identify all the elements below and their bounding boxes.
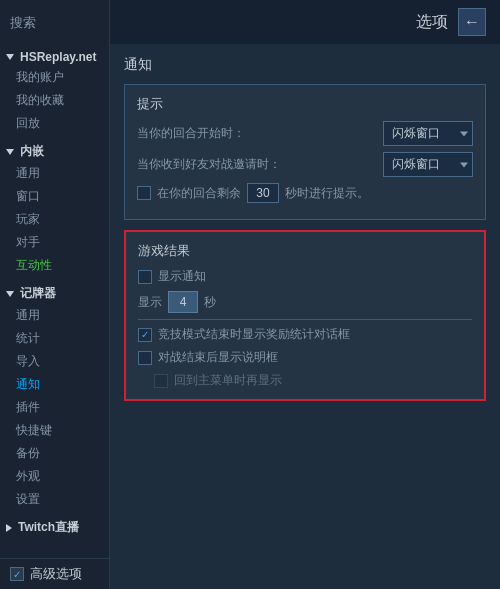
after-game-label: 对战结束后显示说明框 [158,349,278,366]
sidebar-item-hotkeys[interactable]: 快捷键 [0,419,109,442]
sidebar-item-general[interactable]: 通用 [0,162,109,185]
sidebar-section-recorder[interactable]: 记牌器 [0,281,109,304]
reminder-prefix-label: 在你的回合剩余 [157,185,241,202]
return-to-menu-row: 回到主菜单时再显示 [138,372,472,389]
friend-invite-row: 当你收到好友对战邀请时： 闪烁窗口 [137,152,473,177]
main-panel: 选项 ← 通知 提示 当你的回合开始时： 闪烁窗口 当你收到好友对战邀请时： 闪… [110,0,500,589]
sidebar-item-player[interactable]: 玩家 [0,208,109,231]
ranked-dialog-checkbox[interactable] [138,328,152,342]
advanced-options-checkbox[interactable] [10,567,24,581]
content-area: 通知 提示 当你的回合开始时： 闪烁窗口 当你收到好友对战邀请时： 闪烁窗口 [110,44,500,589]
turn-start-row: 当你的回合开始时： 闪烁窗口 [137,121,473,146]
sidebar-section-embedded[interactable]: 内嵌 [0,139,109,162]
game-result-title: 游戏结果 [138,242,472,260]
sidebar-section-twitch[interactable]: Twitch直播 [0,515,109,538]
after-game-row: 对战结束后显示说明框 [138,349,472,366]
show-notification-row: 显示通知 [138,268,472,285]
sidebar-item-appearance[interactable]: 外观 [0,465,109,488]
hints-card: 提示 当你的回合开始时： 闪烁窗口 当你收到好友对战邀请时： 闪烁窗口 在你的回… [124,84,486,220]
sidebar: 搜索 HSReplay.net 我的账户 我的收藏 回放 内嵌 通用 窗口 玩家… [0,0,110,589]
header: 选项 ← [110,0,500,44]
back-button[interactable]: ← [458,8,486,36]
sidebar-item-mycollection[interactable]: 我的收藏 [0,89,109,112]
reminder-row: 在你的回合剩余 秒时进行提示。 [137,183,473,203]
game-result-card: 游戏结果 显示通知 显示 4 秒 竞技模式结束时显示奖励统计对话框 [124,230,486,401]
sidebar-item-replay[interactable]: 回放 [0,112,109,135]
turn-start-label: 当你的回合开始时： [137,125,375,142]
sidebar-item-stats[interactable]: 统计 [0,327,109,350]
twitch-expand-icon [6,524,12,532]
recorder-expand-icon [6,291,14,297]
sidebar-item-import[interactable]: 导入 [0,350,109,373]
embedded-expand-icon [6,149,14,155]
reminder-suffix-label: 秒时进行提示。 [285,185,369,202]
hints-title: 提示 [137,95,473,113]
display-value-box[interactable]: 4 [168,291,198,313]
sidebar-item-opponent[interactable]: 对手 [0,231,109,254]
friend-invite-dropdown-arrow [460,162,468,167]
sidebar-item-plugins[interactable]: 插件 [0,396,109,419]
sidebar-item-recorder-general[interactable]: 通用 [0,304,109,327]
after-game-checkbox[interactable] [138,351,152,365]
page-title: 选项 [416,12,448,33]
bottom-bar: 高级选项 [0,558,109,589]
sidebar-item-backup[interactable]: 备份 [0,442,109,465]
turn-start-dropdown[interactable]: 闪烁窗口 [383,121,473,146]
display-seconds-row: 显示 4 秒 [138,291,472,313]
sidebar-item-window[interactable]: 窗口 [0,185,109,208]
friend-invite-label: 当你收到好友对战邀请时： [137,156,375,173]
show-notification-checkbox[interactable] [138,270,152,284]
turn-start-dropdown-arrow [460,131,468,136]
ranked-dialog-label: 竞技模式结束时显示奖励统计对话框 [158,326,350,343]
friend-invite-dropdown[interactable]: 闪烁窗口 [383,152,473,177]
sidebar-item-settings[interactable]: 设置 [0,488,109,511]
ranked-section: 竞技模式结束时显示奖励统计对话框 对战结束后显示说明框 回到主菜单时再显示 [138,319,472,389]
sidebar-item-notify[interactable]: 通知 [0,373,109,396]
sidebar-section-hsreplay[interactable]: HSReplay.net [0,46,109,66]
display-label: 显示 [138,294,162,311]
sidebar-item-myaccount[interactable]: 我的账户 [0,66,109,89]
return-to-menu-label: 回到主菜单时再显示 [174,372,282,389]
hsreplay-expand-icon [6,54,14,60]
section-title: 通知 [124,56,486,74]
show-notification-label: 显示通知 [158,268,206,285]
reminder-checkbox[interactable] [137,186,151,200]
ranked-dialog-row: 竞技模式结束时显示奖励统计对话框 [138,326,472,343]
display-suffix-label: 秒 [204,294,216,311]
return-to-menu-checkbox[interactable] [154,374,168,388]
sidebar-item-interaction[interactable]: 互动性 [0,254,109,277]
advanced-options-label: 高级选项 [30,565,82,583]
reminder-seconds-input[interactable] [247,183,279,203]
sidebar-search[interactable]: 搜索 [0,8,109,42]
